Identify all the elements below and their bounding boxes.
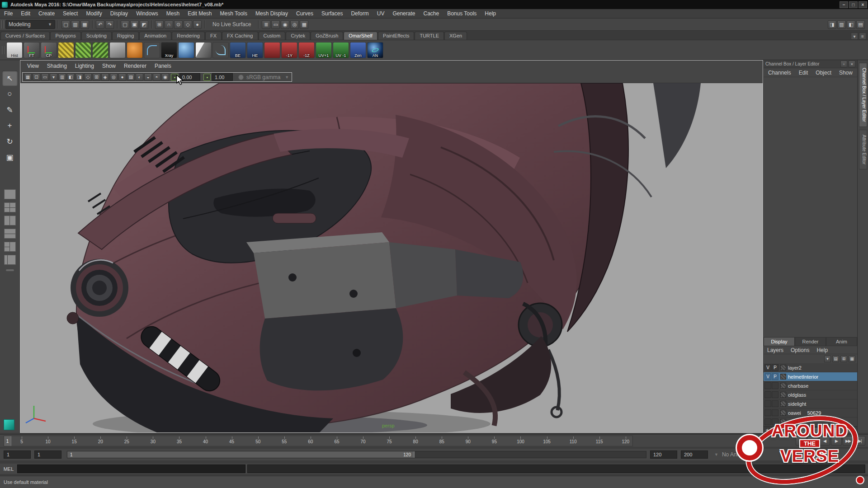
panel-menu-item[interactable]: Renderer <box>120 63 151 69</box>
render-icon[interactable]: ≣ <box>262 20 270 29</box>
layer-playback-toggle[interactable] <box>772 391 778 398</box>
layout-button[interactable] <box>4 242 16 252</box>
panel-menu-item[interactable]: Panels <box>151 63 175 69</box>
menu-item[interactable]: Modify <box>82 10 106 17</box>
menu-item[interactable]: Generate <box>388 10 419 17</box>
menu-item[interactable]: Mesh Tools <box>216 10 251 17</box>
snap-icon[interactable]: ⊙ <box>174 20 183 29</box>
tool-button[interactable]: ○ <box>2 86 18 102</box>
layer-visibility-toggle[interactable]: V <box>764 364 771 371</box>
shelf-button[interactable]: HE <box>247 42 263 58</box>
shelf-tab[interactable]: Animation <box>139 32 171 40</box>
menu-item[interactable]: Display <box>106 10 132 17</box>
viewport-toolbar-icon[interactable]: ⊞ <box>93 73 100 81</box>
layer-toolbar-icon[interactable]: ⊞ <box>840 356 847 362</box>
viewport-toolbar-icon[interactable]: ▾ <box>50 73 57 81</box>
shelf-tab[interactable]: Rendering <box>172 32 205 40</box>
shelf-grip[interactable] <box>2 46 5 54</box>
menu-item[interactable]: Help <box>481 10 500 17</box>
render-icon[interactable]: ▭ <box>271 20 280 29</box>
shelf-button[interactable]: UV -1 <box>333 42 349 58</box>
menu-item[interactable]: Mesh <box>162 10 184 17</box>
layer-playback-toggle[interactable]: P <box>772 373 778 380</box>
layer-editor-tab[interactable]: Anim <box>826 337 857 346</box>
channel-box-menu-item[interactable]: Show <box>839 70 853 76</box>
playback-start-field[interactable]: 1 <box>34 450 61 459</box>
render-icon[interactable]: ◎ <box>290 20 299 29</box>
shelf-button[interactable]: BE <box>230 42 246 58</box>
snap-icon[interactable]: ● <box>193 20 202 29</box>
layer-color-swatch[interactable] <box>780 392 786 398</box>
menu-item[interactable]: Surfaces <box>317 10 347 17</box>
panel-header-icon[interactable]: ▫ <box>840 61 847 67</box>
viewport-toolbar-icon[interactable]: ◈ <box>101 73 109 81</box>
shelf-tab[interactable]: Curves / Surfaces <box>0 32 50 40</box>
helmet-model[interactable]: persp <box>20 83 763 432</box>
viewport-toolbar-icon[interactable]: ▭ <box>41 73 49 81</box>
time-slider-track[interactable]: 1 51015202530354045505560657075808590951… <box>4 436 633 446</box>
layer-editor-tab[interactable]: Render <box>795 337 826 346</box>
menu-item[interactable]: Curves <box>292 10 317 17</box>
current-time-marker[interactable]: 1 <box>4 436 11 446</box>
layout-button[interactable] <box>4 216 16 225</box>
layer-playback-toggle[interactable]: P <box>772 364 778 371</box>
channel-box-menu-item[interactable]: Edit <box>799 70 808 76</box>
menu-item[interactable]: Windows <box>132 10 162 17</box>
menu-set-dropdown[interactable]: Modeling ▼ <box>5 20 55 29</box>
shelf-option-icon[interactable]: ▾ <box>851 33 858 40</box>
layer-editor-menu-item[interactable]: Help <box>816 347 828 353</box>
file-icon[interactable]: ▢ <box>61 20 70 29</box>
shelf-button[interactable]: Hist <box>6 42 23 58</box>
channel-box-menu-item[interactable]: Object <box>816 70 831 76</box>
selection-mask-icon[interactable]: ▣ <box>130 20 139 29</box>
layer-editor-menu-item[interactable]: Options <box>791 347 809 353</box>
layout-button[interactable] <box>4 202 16 212</box>
shelf-button[interactable] <box>127 42 143 58</box>
gamma-field[interactable]: 1.00 <box>212 73 233 81</box>
viewport-toolbar-icon[interactable]: ◎ <box>110 73 118 81</box>
layer-visibility-toggle[interactable] <box>764 400 771 407</box>
menu-item[interactable]: Mesh Display <box>251 10 292 17</box>
shelf-button[interactable] <box>178 42 194 58</box>
render-icon[interactable]: ◉ <box>281 20 289 29</box>
shelf-button[interactable]: AN <box>367 42 383 58</box>
group-grip[interactable] <box>1 20 4 28</box>
shelf-tab[interactable]: Crytek <box>286 32 310 40</box>
layout-button[interactable] <box>4 229 16 239</box>
layer-color-swatch[interactable] <box>780 365 786 371</box>
panel-menu-item[interactable]: View <box>23 63 43 69</box>
shelf-button[interactable]: -1Y <box>281 42 297 58</box>
animation-end-field[interactable]: 200 <box>681 450 708 459</box>
layout-button[interactable] <box>4 255 16 265</box>
panel-toggle-icon[interactable]: ▤ <box>856 20 865 29</box>
layer-color-swatch[interactable] <box>780 374 786 380</box>
tool-button[interactable]: ▣ <box>2 150 18 165</box>
shelf-tab[interactable]: FX Caching <box>222 32 258 40</box>
shelf-tab[interactable]: XGen <box>444 32 467 40</box>
undo-redo-icon[interactable]: ↶ <box>96 20 104 29</box>
range-slider-handle[interactable]: 1 120 <box>67 451 415 458</box>
range-slider-track[interactable]: 1 120 <box>67 451 646 458</box>
layer-color-swatch[interactable] <box>780 383 786 389</box>
snap-icon[interactable]: ⊞ <box>155 20 164 29</box>
layer-toolbar-icon[interactable]: ▦ <box>849 356 855 362</box>
viewport-toolbar-icon[interactable]: ◇ <box>84 73 92 81</box>
layer-editor-menu-item[interactable]: Layers <box>767 347 783 353</box>
window-button[interactable]: □ <box>849 1 858 8</box>
layer-editor-tab[interactable]: Display <box>764 337 795 346</box>
shelf-tab[interactable]: Custom <box>259 32 286 40</box>
layout-button[interactable] <box>4 189 16 199</box>
shelf-button[interactable] <box>144 42 160 58</box>
tool-button[interactable]: ↖ <box>2 70 18 86</box>
viewport-toolbar-icon[interactable]: ▨ <box>127 73 135 81</box>
shelf-tab[interactable]: GoZBrush <box>311 32 343 40</box>
shelf-tab[interactable]: TURTLE <box>415 32 444 40</box>
panel-corner-icon[interactable] <box>4 419 14 430</box>
shelf-button[interactable]: Xray <box>161 42 177 58</box>
shelf-button[interactable]: -1Z <box>298 42 315 58</box>
sidebar-tab[interactable]: Channel Box / Layer Editor <box>859 63 867 127</box>
panel-header-icon[interactable]: × <box>849 61 855 67</box>
gamma-icon[interactable] <box>203 74 211 81</box>
layer-playback-toggle[interactable] <box>772 382 778 389</box>
menu-item[interactable]: Select <box>59 10 82 17</box>
